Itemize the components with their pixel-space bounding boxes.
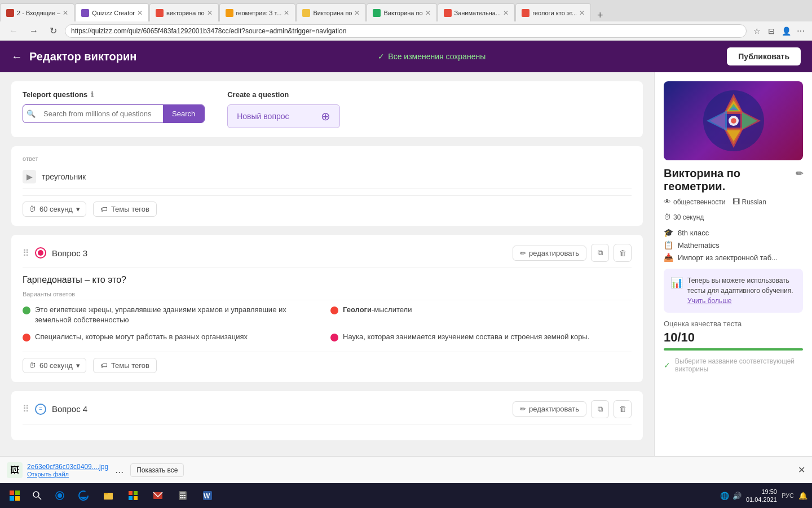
menu-icon[interactable]: ⋯ bbox=[795, 25, 806, 37]
tab-title-geol: геологи кто эт... bbox=[532, 10, 577, 16]
tags-button-q3[interactable]: 🏷 Темы тегов bbox=[93, 358, 157, 373]
cortana-button[interactable] bbox=[50, 485, 70, 506]
tab-title-quiz5: Викторина по bbox=[313, 10, 352, 16]
dot-red-icon-3 bbox=[23, 334, 30, 341]
subject-row: 📋 Mathematics bbox=[664, 240, 803, 249]
visibility-text: общественности bbox=[673, 198, 726, 206]
teleport-search-box: 🔍 Search bbox=[23, 104, 205, 123]
quiz-title-row: Викторина по геометрии. ✏ bbox=[664, 167, 803, 193]
edit-label-q4: редактировать bbox=[529, 405, 579, 413]
copy-button-q3[interactable]: ⧉ bbox=[591, 244, 609, 262]
quality-label: Оценка качества теста bbox=[664, 319, 803, 328]
open-file-link[interactable]: Открыть файл bbox=[27, 471, 108, 478]
tab-close-yandex1[interactable]: ✕ bbox=[207, 9, 213, 17]
edit-button-q4[interactable]: ✏ редактировать bbox=[513, 401, 586, 417]
sys-icons: 🌐 🔊 bbox=[720, 492, 742, 500]
banner-text-content: Теперь вы можете использовать тесты для … bbox=[687, 277, 793, 295]
drag-handle-q3[interactable]: ⠿ bbox=[23, 248, 29, 259]
profile-icon[interactable]: 👤 bbox=[780, 25, 792, 37]
tab-close-fun[interactable]: ✕ bbox=[503, 9, 509, 17]
quality-bar-fill bbox=[664, 348, 803, 351]
taskbar-explorer-app[interactable] bbox=[97, 484, 120, 507]
tab-close-quizizz[interactable]: ✕ bbox=[137, 9, 143, 17]
cortana-icon bbox=[55, 491, 64, 500]
delete-button-q3[interactable]: 🗑 bbox=[614, 244, 632, 262]
answer-option-3: Специалисты, которые могут работать в ра… bbox=[23, 332, 324, 342]
svg-point-15 bbox=[731, 118, 736, 124]
search-input[interactable] bbox=[39, 106, 163, 121]
answer-row: ▶ треугольник bbox=[23, 165, 632, 189]
taskbar: W 🌐 🔊 19:50 01.04.2021 РУС 🔔 bbox=[0, 483, 812, 508]
taskbar-word-app[interactable]: W bbox=[196, 484, 219, 507]
header-center: ✓ Все изменения сохранены bbox=[136, 52, 727, 61]
refresh-button[interactable]: ↻ bbox=[46, 24, 60, 37]
taskbar-store-app[interactable] bbox=[122, 484, 144, 507]
header-back-button[interactable]: ← bbox=[11, 50, 23, 63]
tab-geol[interactable]: геологи кто эт... ✕ bbox=[515, 3, 591, 21]
time-selector-q3[interactable]: ⏱ 60 секунд ▾ bbox=[23, 358, 86, 373]
star-icon[interactable]: ☆ bbox=[751, 25, 762, 37]
download-filename[interactable]: 2e63e0cf36c03c0409....jpg bbox=[27, 463, 108, 471]
download-info: 2e63e0cf36c03c0409....jpg Открыть файл bbox=[27, 463, 108, 478]
new-tab-button[interactable]: + bbox=[592, 10, 608, 21]
time-selector-q2[interactable]: ⏱ 60 секунд ▾ bbox=[23, 202, 86, 217]
network-icon[interactable]: 🌐 bbox=[720, 492, 729, 500]
delete-button-q4[interactable]: 🗑 bbox=[614, 400, 632, 418]
quality-section: Оценка качества теста 10/10 ✓ Выберите н… bbox=[664, 319, 803, 375]
mail-icon bbox=[152, 490, 164, 501]
plus-icon: ⊕ bbox=[321, 110, 330, 123]
tab-favicon-email bbox=[6, 9, 14, 17]
explorer-icon bbox=[103, 490, 114, 501]
taskbar-calc-app[interactable] bbox=[171, 484, 194, 507]
answer-option-1: Это египетские жрецы, управлявшие здания… bbox=[23, 305, 324, 325]
tab-yandex1[interactable]: викторина по ✕ bbox=[149, 3, 219, 21]
check-icon: ✓ bbox=[664, 361, 670, 370]
back-button[interactable]: ← bbox=[6, 25, 21, 37]
tab-close-quiz5[interactable]: ✕ bbox=[354, 9, 360, 17]
tab-quiz5[interactable]: Викторина по ✕ bbox=[296, 3, 366, 21]
edit-title-button[interactable]: ✏ bbox=[796, 168, 803, 179]
forward-button[interactable]: → bbox=[26, 25, 42, 37]
lang-display: РУС bbox=[782, 492, 794, 499]
tab-quiz6[interactable]: Викторина по ✕ bbox=[367, 3, 436, 21]
drag-handle-q4[interactable]: ⠿ bbox=[23, 404, 29, 414]
new-question-button[interactable]: Новый вопрос ⊕ bbox=[227, 104, 340, 128]
volume-icon[interactable]: 🔊 bbox=[732, 492, 742, 500]
dot-pink-icon-4 bbox=[330, 334, 338, 341]
answer-option-4: Наука, которая занимается изучением сост… bbox=[330, 332, 632, 342]
tab-geo[interactable]: геометрия: 3 т... ✕ bbox=[219, 3, 296, 21]
svg-rect-25 bbox=[104, 493, 108, 494]
copy-button-q4[interactable]: ⧉ bbox=[591, 400, 609, 418]
tab-fun[interactable]: Занимательна... ✕ bbox=[438, 3, 515, 21]
collections-icon[interactable]: ⊟ bbox=[766, 25, 777, 37]
tab-favicon-geol bbox=[522, 9, 529, 17]
search-button[interactable]: Search bbox=[163, 105, 204, 122]
address-bar[interactable] bbox=[65, 24, 747, 38]
tab-close-email[interactable]: ✕ bbox=[63, 9, 68, 17]
start-button[interactable] bbox=[5, 485, 25, 506]
svg-rect-36 bbox=[180, 497, 182, 498]
tab-title-geo: геометрия: 3 т... bbox=[236, 10, 282, 16]
tab-close-geo[interactable]: ✕ bbox=[284, 9, 289, 17]
tab-close-geol[interactable]: ✕ bbox=[579, 9, 585, 17]
download-close-button[interactable]: ✕ bbox=[798, 465, 805, 475]
edit-button-q3[interactable]: ✏ редактировать bbox=[513, 246, 586, 261]
svg-rect-26 bbox=[129, 491, 133, 495]
meta-time: ⏱ 30 секунд bbox=[664, 213, 704, 221]
taskbar-edge-app[interactable] bbox=[72, 484, 95, 507]
show-all-button[interactable]: Показать все bbox=[130, 463, 184, 477]
taskbar-mail-app[interactable] bbox=[147, 484, 169, 507]
tab-close-quiz6[interactable]: ✕ bbox=[425, 9, 431, 17]
tags-button-q2[interactable]: 🏷 Темы тегов bbox=[93, 202, 157, 217]
check-icon: ✓ bbox=[378, 52, 385, 61]
banner-link[interactable]: Учить больше bbox=[687, 297, 732, 305]
download-more-button[interactable]: ... bbox=[115, 464, 123, 476]
tab-quizizz[interactable]: Quizizz Creator ✕ bbox=[75, 3, 149, 21]
search-taskbar-button[interactable] bbox=[27, 485, 47, 506]
publish-button[interactable]: Публиковать bbox=[727, 47, 801, 65]
notification-icon[interactable]: 🔔 bbox=[798, 492, 807, 500]
taskbar-left: W bbox=[5, 484, 219, 507]
dot-red-icon-2 bbox=[330, 306, 338, 314]
checklist-item: ✓ Выберите название соответствующей викт… bbox=[664, 355, 803, 375]
tab-email[interactable]: 2 - Входящие – ✕ bbox=[0, 3, 74, 21]
